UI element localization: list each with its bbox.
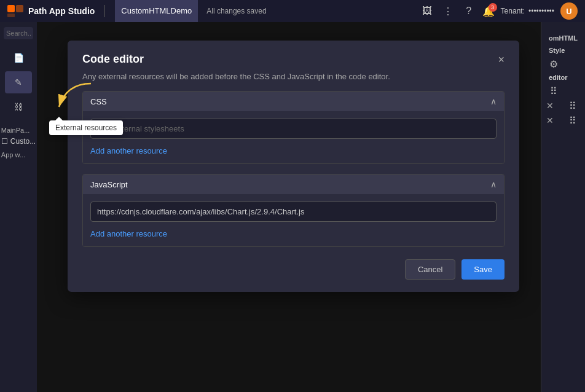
- saved-status: All changes saved: [206, 7, 266, 15]
- js-add-resource-link[interactable]: Add another resource: [90, 229, 167, 238]
- js-section-header[interactable]: JavaScript ∧: [83, 174, 504, 194]
- edit-icon: ✎: [15, 77, 22, 87]
- sidebar-item-edit[interactable]: ✎: [5, 71, 32, 93]
- css-resource-input[interactable]: [90, 119, 497, 139]
- notification-bell[interactable]: 🔔 3: [482, 6, 495, 17]
- page-main-label: MainPa...: [0, 125, 38, 135]
- sidebar-item-pages[interactable]: 📄: [5, 47, 32, 69]
- modal-footer: Cancel Save: [82, 259, 505, 280]
- topbar-icons: 🖼 ⋮ ? 🔔 3 Tenant: •••••••••• U: [420, 2, 578, 20]
- dots-icon-2: ⠿: [565, 98, 580, 113]
- topbar-divider: [104, 5, 105, 17]
- page-sidebar-content: MainPa... ☐ Custo... App w...: [0, 120, 41, 165]
- close-icon-2[interactable]: ✕: [546, 116, 554, 125]
- notification-badge: 3: [489, 3, 497, 12]
- page-area: External resources Code editor × Any ext…: [37, 22, 541, 392]
- app-w-label: App w...: [0, 147, 38, 160]
- right-settings-row: ⚙: [546, 57, 580, 71]
- uipath-logo: [7, 5, 25, 17]
- right-close-row-1: ✕ ⠿: [546, 98, 580, 113]
- right-close-row-2: ✕ ⠿: [546, 113, 580, 128]
- main-layout: 📄 ✎ ⛓ MainPa... ☐ Custo... App w...: [0, 22, 585, 392]
- css-section-body: Add another resource: [83, 111, 504, 163]
- css-add-resource-link[interactable]: Add another resource: [90, 146, 167, 155]
- omnihtml-label: omHTML: [546, 32, 580, 44]
- dots-icon[interactable]: ⠿: [546, 84, 561, 98]
- css-section-title: CSS: [90, 97, 107, 106]
- style-label: Style: [546, 44, 580, 57]
- brand-text: Path App Studio: [28, 6, 95, 16]
- right-sidebar: omHTML Style ⚙ editor ⠿ ✕ ⠿ ✕ ⠿: [541, 22, 585, 392]
- save-button[interactable]: Save: [461, 259, 505, 280]
- user-avatar[interactable]: U: [560, 2, 578, 20]
- dots-icon-3: ⠿: [565, 113, 580, 128]
- css-section-header[interactable]: CSS ∧: [83, 92, 504, 111]
- brand: Path App Studio: [7, 5, 95, 17]
- sidebar-item-link[interactable]: ⛓: [5, 96, 32, 118]
- checkbox-icon: ☐: [1, 137, 8, 146]
- link-icon: ⛓: [14, 102, 23, 112]
- sidebar-nav: 📄 ✎ ⛓: [0, 47, 37, 118]
- css-section-panel: CSS ∧ Add another resource: [82, 91, 505, 164]
- editor-label: editor: [546, 71, 580, 84]
- svg-rect-0: [7, 5, 15, 12]
- code-editor-modal: Code editor × Any external resources wil…: [68, 41, 519, 292]
- close-button[interactable]: ×: [498, 54, 505, 65]
- modal-header: Code editor ×: [82, 53, 505, 66]
- tenant-info: Tenant: ••••••••••: [501, 7, 554, 15]
- svg-rect-1: [16, 5, 23, 12]
- js-section-title: JavaScript: [90, 180, 128, 189]
- cancel-button[interactable]: Cancel: [405, 259, 455, 280]
- close-icon-1[interactable]: ✕: [546, 101, 554, 111]
- css-chevron-icon: ∧: [490, 96, 497, 106]
- right-sidebar-content: omHTML Style ⚙ editor ⠿ ✕ ⠿ ✕ ⠿: [544, 27, 583, 133]
- topbar: Path App Studio CustomHTMLDemo All chang…: [0, 0, 585, 22]
- svg-rect-2: [7, 14, 15, 17]
- right-editor-row: ⠿: [546, 84, 580, 98]
- tooltip-bubble: External resources: [49, 120, 123, 135]
- js-section-body: Add another resource: [83, 194, 504, 246]
- js-chevron-icon: ∧: [490, 179, 497, 189]
- help-icon[interactable]: ?: [461, 4, 476, 18]
- modal-subtitle: Any external resources will be added bef…: [82, 72, 505, 81]
- js-resource-input[interactable]: [90, 202, 497, 222]
- js-section-panel: JavaScript ∧ Add another resource: [82, 174, 505, 247]
- tab-customhtml[interactable]: CustomHTMLDemo: [115, 0, 198, 22]
- modal-title: Code editor: [82, 53, 144, 66]
- pages-icon: 📄: [14, 53, 24, 63]
- left-sidebar: 📄 ✎ ⛓ MainPa... ☐ Custo... App w...: [0, 22, 37, 392]
- more-icon[interactable]: ⋮: [441, 4, 455, 18]
- search-input[interactable]: [4, 27, 33, 39]
- settings-icon[interactable]: ⚙: [546, 57, 561, 71]
- page-custom-item[interactable]: ☐ Custo...: [0, 135, 38, 147]
- image-icon[interactable]: 🖼: [420, 4, 434, 18]
